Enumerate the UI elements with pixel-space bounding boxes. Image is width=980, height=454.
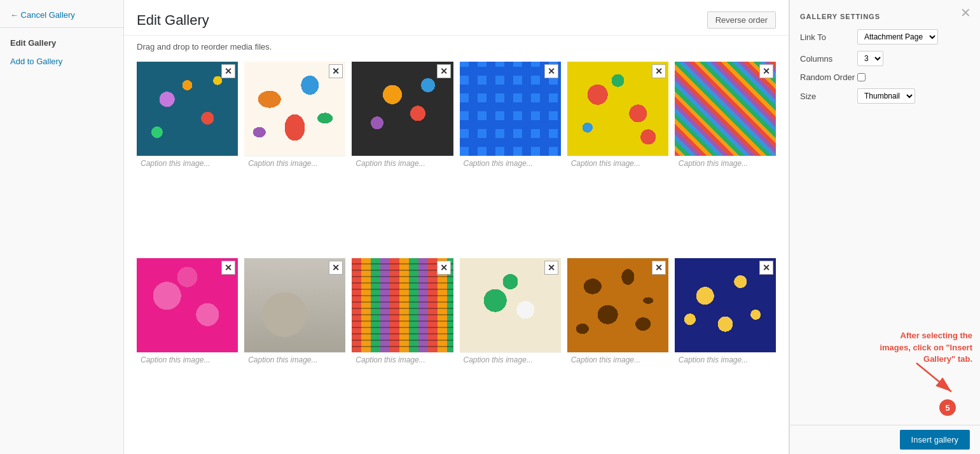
cancel-gallery-link[interactable]: ← Cancel Gallery (0, 10, 123, 28)
gallery-image-wrapper: ✕ (460, 258, 561, 352)
size-label: Size (800, 92, 857, 101)
link-to-select[interactable]: Attachment Page Media File None (857, 29, 938, 45)
remove-image-button[interactable]: ✕ (759, 64, 773, 78)
gallery-image-wrapper: ✕ (460, 62, 561, 156)
columns-select[interactable]: 1 2 3 4 5 6 (857, 51, 883, 66)
gallery-item: ✕ (567, 62, 668, 252)
gallery-item: ✕ (137, 258, 238, 448)
remove-image-button[interactable]: ✕ (652, 261, 666, 275)
remove-image-button[interactable]: ✕ (221, 261, 235, 275)
gallery-item: ✕ (137, 62, 238, 252)
gallery-image-wrapper: ✕ (137, 62, 238, 156)
gallery-item: ✕ (352, 62, 453, 252)
gallery-image-wrapper: ✕ (352, 258, 453, 352)
remove-image-button[interactable]: ✕ (437, 64, 451, 78)
reverse-order-button[interactable]: Reverse order (707, 11, 776, 29)
caption-input[interactable] (137, 156, 238, 170)
gallery-item: ✕ (352, 258, 453, 448)
random-order-row: Random Order (800, 72, 970, 82)
sidebar-item-edit-gallery: Edit Gallery (10, 36, 113, 50)
gallery-image-wrapper: ✕ (675, 62, 776, 156)
remove-image-button[interactable]: ✕ (759, 261, 773, 275)
remove-image-button[interactable]: ✕ (221, 64, 235, 78)
gallery-item: ✕ (675, 62, 776, 252)
gallery-settings-title: GALLERY SETTINGS (800, 13, 970, 20)
caption-input[interactable] (244, 352, 345, 367)
caption-input[interactable] (352, 352, 453, 367)
gallery-image-wrapper: ✕ (244, 258, 345, 352)
link-to-row: Link To Attachment Page Media File None (800, 29, 970, 45)
size-select[interactable]: Thumbnail Medium Large Full Size (857, 88, 915, 104)
main-content: Edit Gallery Reverse order Drag and drop… (124, 0, 789, 454)
caption-input[interactable] (137, 352, 238, 367)
drag-hint: Drag and drop to reorder media files. (124, 36, 789, 55)
remove-image-button[interactable]: ✕ (652, 64, 666, 78)
gallery-item: ✕ (460, 258, 561, 448)
badge-5: 5 (939, 399, 956, 416)
gallery-image-wrapper: ✕ (567, 62, 668, 156)
gallery-image-wrapper: ✕ (352, 62, 453, 156)
random-order-checkbox[interactable] (857, 73, 866, 81)
gallery-image-wrapper: ✕ (137, 258, 238, 352)
columns-label: Columns (800, 54, 857, 64)
caption-input[interactable] (675, 352, 776, 367)
random-order-label: Random Order (800, 72, 857, 82)
caption-input[interactable] (675, 156, 776, 170)
link-to-label: Link To (800, 32, 857, 42)
gallery-item: ✕ (460, 62, 561, 252)
annotation-arrow (910, 360, 961, 400)
bottom-bar: Insert gallery (790, 425, 980, 454)
gallery-item: ✕ (244, 258, 345, 448)
caption-input[interactable] (352, 156, 453, 170)
sidebar-nav: Edit Gallery Add to Gallery (0, 36, 123, 69)
remove-image-button[interactable]: ✕ (544, 261, 558, 275)
caption-input[interactable] (460, 156, 561, 170)
remove-image-button[interactable]: ✕ (329, 261, 343, 275)
gallery-grid: ✕ ✕ ✕ ✕ ✕ ✕ ✕ ✕ (124, 55, 789, 454)
caption-input[interactable] (567, 352, 668, 367)
main-header: Edit Gallery Reverse order (124, 0, 789, 36)
remove-image-button[interactable]: ✕ (544, 64, 558, 78)
gallery-image-wrapper: ✕ (244, 62, 345, 156)
sidebar: ← Cancel Gallery Edit Gallery Add to Gal… (0, 0, 124, 454)
size-row: Size Thumbnail Medium Large Full Size (800, 88, 970, 104)
right-panel: ✕ GALLERY SETTINGS Link To Attachment Pa… (789, 0, 980, 454)
caption-input[interactable] (244, 156, 345, 170)
gallery-image-wrapper: ✕ (567, 258, 668, 352)
close-button[interactable]: ✕ (960, 6, 971, 19)
caption-input[interactable] (567, 156, 668, 170)
page-title: Edit Gallery (137, 12, 209, 29)
remove-image-button[interactable]: ✕ (329, 64, 343, 78)
sidebar-item-add-to-gallery[interactable]: Add to Gallery (10, 54, 113, 69)
insert-gallery-button[interactable]: Insert gallery (900, 430, 970, 450)
app-container: ← Cancel Gallery Edit Gallery Add to Gal… (0, 0, 980, 454)
svg-line-1 (916, 363, 951, 392)
gallery-item: ✕ (244, 62, 345, 252)
gallery-image-wrapper: ✕ (675, 258, 776, 352)
gallery-item: ✕ (675, 258, 776, 448)
columns-row: Columns 1 2 3 4 5 6 (800, 51, 970, 66)
remove-image-button[interactable]: ✕ (437, 261, 451, 275)
gallery-item: ✕ (567, 258, 668, 448)
caption-input[interactable] (460, 352, 561, 367)
